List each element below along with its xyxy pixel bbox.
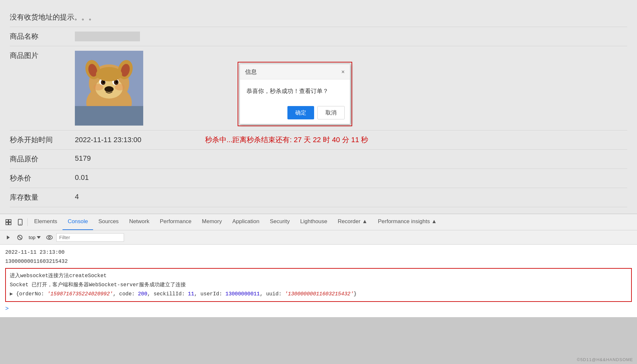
svg-rect-21: [6, 222, 8, 225]
seckill-time-value: 2022-11-11 23:13:00: [75, 136, 205, 144]
tab-application[interactable]: Application: [227, 214, 265, 230]
cancel-button[interactable]: 取消: [317, 106, 345, 119]
expand-icon[interactable]: ▶: [10, 291, 16, 297]
tab-performance[interactable]: Performance: [155, 214, 197, 230]
context-selector[interactable]: top: [27, 234, 43, 241]
svg-point-13: [116, 81, 118, 83]
svg-point-12: [103, 81, 104, 83]
seckill-price-row: 秒杀价 0.01: [10, 169, 627, 188]
tab-lighthouse[interactable]: Lighthouse: [295, 214, 332, 230]
dog-image: [75, 51, 143, 126]
svg-marker-28: [37, 236, 41, 239]
original-price-value: 5179: [75, 154, 627, 163]
page-content: 没有收货地址的提示。。。 商品名称 商品图片: [0, 0, 637, 214]
svg-point-24: [20, 223, 21, 224]
devtools-panel: Elements Console Sources Network Perform…: [0, 214, 637, 317]
run-icon[interactable]: [3, 233, 13, 242]
dialog-title: 信息: [245, 68, 257, 76]
console-line-2: 13000000011603215432: [5, 257, 632, 266]
svg-marker-25: [7, 236, 10, 239]
svg-rect-18: [75, 106, 143, 126]
console-line-4: Socket 已打开，客户端和服务器WebSocket-server服务成功建立…: [10, 280, 627, 290]
product-name-row: 商品名称: [10, 27, 627, 46]
stock-label: 库存数量: [10, 193, 75, 202]
tab-performance-insights[interactable]: Performance insights ▲: [373, 214, 442, 230]
stock-value: 4: [75, 193, 627, 201]
svg-point-15: [93, 84, 103, 90]
svg-point-16: [115, 84, 125, 90]
svg-line-27: [18, 236, 22, 239]
svg-point-14: [104, 86, 114, 92]
inspect-icon[interactable]: [3, 216, 14, 228]
console-output: 2022-11-11 23:13:00 13000000011603215432…: [0, 245, 637, 317]
dialog-red-border: 信息 × 恭喜你，秒杀成功！查看订单？ 确定 取消: [238, 62, 352, 126]
stock-row: 库存数量 4: [10, 188, 627, 207]
tab-elements[interactable]: Elements: [29, 214, 62, 230]
console-line-3: 进入websocket连接方法createSocket: [10, 271, 627, 280]
product-image-label: 商品图片: [10, 51, 75, 61]
svg-rect-22: [9, 222, 11, 225]
svg-point-29: [47, 236, 52, 239]
product-name-value: [75, 32, 627, 41]
console-line-1: 2022-11-11 23:13:00: [5, 248, 632, 257]
tab-sources[interactable]: Sources: [93, 214, 124, 230]
console-obj-line[interactable]: ▶ {orderNo: '1598716735224020992', code:…: [10, 290, 627, 299]
watermark: ©5D11@H&&HANDSOME: [577, 357, 633, 362]
original-price-label: 商品原价: [10, 154, 75, 164]
svg-point-17: [96, 67, 122, 81]
no-address-hint: 没有收货地址的提示。。。: [10, 7, 627, 27]
dialog-overlay: 信息 × 恭喜你，秒杀成功！查看订单？ 确定 取消: [238, 62, 352, 126]
svg-rect-19: [6, 220, 8, 222]
svg-rect-20: [9, 220, 11, 222]
confirm-button[interactable]: 确定: [287, 106, 314, 119]
seckill-price-label: 秒杀价: [10, 173, 75, 183]
seckill-price-value: 0.01: [75, 173, 627, 182]
eye-icon[interactable]: [45, 233, 54, 242]
seckill-time-row: 秒杀开始时间 2022-11-11 23:13:00 秒杀中...距离秒杀结束还…: [10, 130, 627, 150]
seckill-status: 秒杀中...距离秒杀结束还有: 27 天 22 时 40 分 11 秒: [205, 135, 368, 145]
dialog-header: 信息 ×: [240, 64, 350, 79]
seckill-time-label: 秒杀开始时间: [10, 135, 75, 145]
tab-security[interactable]: Security: [265, 214, 295, 230]
original-price-row: 商品原价 5179: [10, 150, 627, 169]
svg-point-30: [48, 236, 50, 238]
tab-divider: [27, 218, 28, 226]
mobile-icon[interactable]: [14, 216, 26, 228]
devtools-toolbar: top: [0, 230, 637, 245]
console-block-red: 进入websocket连接方法createSocket Socket 已打开，客…: [5, 268, 632, 302]
filter-input[interactable]: [56, 233, 124, 242]
tab-console[interactable]: Console: [62, 214, 93, 230]
devtools-tabs: Elements Console Sources Network Perform…: [0, 214, 637, 230]
dialog-body: 恭喜你，秒杀成功！查看订单？: [240, 79, 350, 101]
ban-icon[interactable]: [15, 233, 25, 242]
product-image-container: [75, 51, 143, 126]
product-name-input[interactable]: [75, 32, 140, 41]
dialog-message: 恭喜你，秒杀成功！查看订单？: [246, 88, 328, 94]
product-name-label: 商品名称: [10, 32, 75, 41]
console-cursor[interactable]: >: [5, 304, 632, 314]
tab-network[interactable]: Network: [124, 214, 155, 230]
context-label: top: [29, 235, 35, 240]
tab-memory[interactable]: Memory: [197, 214, 227, 230]
close-icon[interactable]: ×: [341, 69, 345, 75]
tab-recorder[interactable]: Recorder ▲: [333, 214, 373, 230]
dialog-footer: 确定 取消: [240, 101, 350, 124]
dialog-box: 信息 × 恭喜你，秒杀成功！查看订单？ 确定 取消: [240, 64, 350, 124]
